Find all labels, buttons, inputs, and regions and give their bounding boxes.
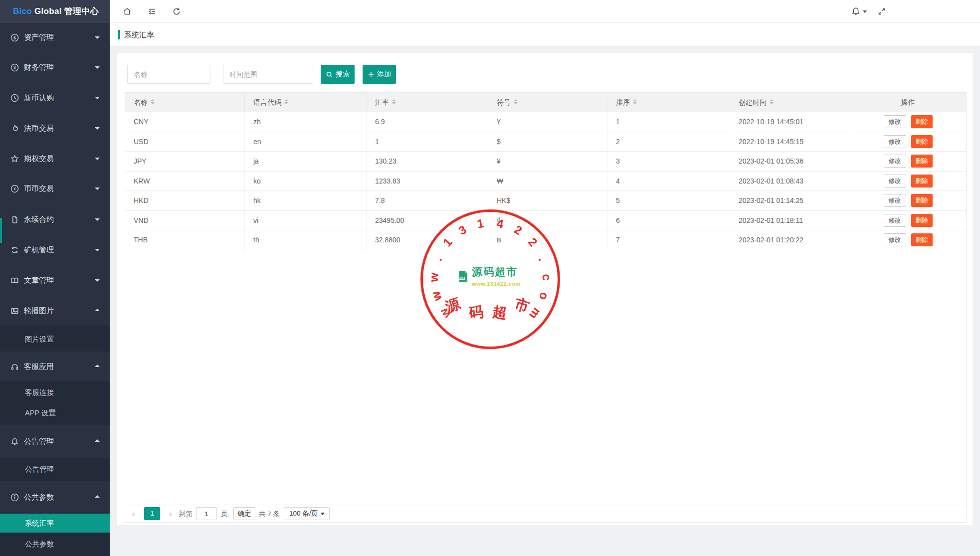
table-row[interactable]: VND vi 23495.00 ₫ 6 2023-02-01 01:18:11 … bbox=[125, 211, 966, 231]
page-title: 系统汇率 bbox=[124, 23, 154, 46]
col-header-created[interactable]: 创建时间 bbox=[730, 93, 849, 112]
sidebar-item-carousel[interactable]: 轮播图片 bbox=[0, 301, 110, 321]
sidebar-item-articles[interactable]: 文章管理 bbox=[0, 270, 110, 290]
edit-button[interactable]: 修改 bbox=[884, 194, 906, 207]
svg-text:$: $ bbox=[13, 35, 16, 40]
sidebar-item-announcement[interactable]: 公告管理 bbox=[0, 431, 110, 451]
sort-icon[interactable] bbox=[633, 99, 637, 104]
delete-button[interactable]: 删除 bbox=[911, 115, 933, 128]
delete-button[interactable]: 删除 bbox=[911, 233, 933, 246]
coin-swap-icon bbox=[10, 179, 19, 198]
home-icon[interactable] bbox=[122, 6, 132, 16]
dollar-circle-icon: $ bbox=[10, 27, 19, 47]
sidebar-item-mining[interactable]: 矿机管理 bbox=[0, 240, 110, 260]
sidebar-item-spot-trade[interactable]: 币币交易 bbox=[0, 179, 110, 198]
edit-button[interactable]: 修改 bbox=[884, 214, 906, 227]
chevron-up-icon bbox=[95, 495, 100, 498]
delete-button[interactable]: 删除 bbox=[911, 194, 933, 207]
chevron-up-icon bbox=[95, 439, 100, 442]
col-header-name[interactable]: 名称 bbox=[125, 93, 245, 112]
headset-icon bbox=[10, 357, 19, 376]
col-header-order[interactable]: 排序 bbox=[607, 93, 730, 112]
flame-icon bbox=[10, 118, 19, 138]
edit-button[interactable]: 修改 bbox=[884, 175, 906, 187]
sidebar-sub-system-rates[interactable]: 系统汇率 bbox=[0, 514, 110, 533]
breadcrumb-bar: 系统汇率 bbox=[110, 23, 980, 46]
breadcrumb-accent bbox=[118, 30, 120, 39]
sidebar-sub-image-settings[interactable]: 图片设置 bbox=[0, 329, 110, 349]
edit-button[interactable]: 修改 bbox=[884, 233, 906, 246]
chevron-up-icon bbox=[95, 365, 100, 367]
file-icon bbox=[10, 209, 19, 229]
sidebar: Bico Global 管理中心 $ 资产管理 ¥ 财务管理 新币认购 法币交易 bbox=[0, 0, 110, 556]
clock-icon bbox=[10, 88, 19, 108]
select-caret-icon bbox=[321, 513, 325, 515]
sort-icon[interactable] bbox=[392, 99, 396, 104]
col-header-symbol[interactable]: 符号 bbox=[488, 93, 607, 112]
collapse-menu-icon[interactable] bbox=[147, 6, 157, 16]
notification-bell-icon[interactable] bbox=[851, 6, 861, 16]
delete-button[interactable]: 删除 bbox=[911, 175, 933, 187]
sort-icon[interactable] bbox=[151, 99, 155, 104]
sidebar-item-public-params[interactable]: 公共参数 bbox=[0, 487, 110, 507]
sidebar-sub-support-link[interactable]: 客服连接 bbox=[0, 382, 110, 402]
sidebar-item-perpetual[interactable]: 永续合约 bbox=[0, 209, 110, 229]
sidebar-scrollbar-thumb[interactable] bbox=[0, 218, 2, 243]
edit-button[interactable]: 修改 bbox=[884, 135, 906, 148]
edit-button[interactable]: 修改 bbox=[884, 155, 906, 168]
col-header-rate[interactable]: 汇率 bbox=[367, 93, 488, 112]
sidebar-item-support[interactable]: 客服应用 bbox=[0, 357, 110, 376]
yen-circle-icon: ¥ bbox=[10, 57, 19, 77]
sidebar-item-fiat-trade[interactable]: 法币交易 bbox=[0, 118, 110, 138]
sidebar-sub-announcement[interactable]: 公告管理 bbox=[0, 459, 110, 479]
sidebar-item-new-coin[interactable]: 新币认购 bbox=[0, 88, 110, 108]
sort-icon[interactable] bbox=[514, 99, 518, 104]
chevron-up-icon bbox=[95, 309, 100, 311]
table-row[interactable]: USD en 1 $ 2 2022-10-19 14:45:15 修改删除 bbox=[125, 132, 966, 152]
bell-dropdown-caret-icon[interactable] bbox=[863, 10, 867, 13]
edit-button[interactable]: 修改 bbox=[884, 115, 906, 128]
sidebar-item-finance[interactable]: ¥ 财务管理 bbox=[0, 57, 110, 77]
content-card: 搜索 添加 名称 语言代码 汇率 符号 排序 创建时间 操作 CNY zh 6.… bbox=[117, 53, 973, 525]
fullscreen-icon[interactable] bbox=[877, 6, 887, 16]
sidebar-sub-app-settings[interactable]: APP 设置 bbox=[0, 403, 110, 423]
name-filter-input[interactable] bbox=[127, 65, 210, 84]
delete-button[interactable]: 删除 bbox=[911, 135, 933, 148]
table-row[interactable]: KRW ko 1233.83 ₩ 4 2023-02-01 01:08:43 修… bbox=[125, 172, 966, 191]
col-header-actions: 操作 bbox=[849, 93, 967, 112]
delete-button[interactable]: 删除 bbox=[911, 155, 933, 168]
current-page-button[interactable]: 1 bbox=[144, 507, 160, 520]
sidebar-item-assets[interactable]: $ 资产管理 bbox=[0, 27, 110, 47]
table-row[interactable]: CNY zh 6.9 ¥ 1 2022-10-19 14:45:01 修改删除 bbox=[125, 112, 966, 132]
total-count-label: 共 7 条 bbox=[259, 505, 280, 523]
sort-icon[interactable] bbox=[770, 99, 774, 104]
search-button[interactable]: 搜索 bbox=[321, 65, 355, 84]
date-range-input[interactable] bbox=[223, 65, 313, 84]
refresh-icon[interactable] bbox=[172, 6, 182, 16]
page-size-select[interactable]: 100 条/页 bbox=[284, 507, 330, 520]
chevron-down-icon bbox=[95, 187, 100, 190]
book-icon bbox=[10, 270, 19, 290]
col-header-lang[interactable]: 语言代码 bbox=[245, 93, 367, 112]
sidebar-item-options-trade[interactable]: 期权交易 bbox=[0, 149, 110, 169]
logo-brand: Bico bbox=[13, 6, 32, 16]
sort-icon[interactable] bbox=[284, 99, 288, 104]
sidebar-sub-public-params[interactable]: 公共参数 bbox=[0, 534, 110, 554]
cycle-arrows-icon bbox=[10, 240, 19, 260]
info-circle-icon bbox=[10, 487, 19, 507]
confirm-page-button[interactable]: 确定 bbox=[233, 507, 255, 520]
plus-icon bbox=[368, 71, 375, 78]
chevron-down-icon bbox=[95, 66, 100, 69]
delete-button[interactable]: 删除 bbox=[911, 214, 933, 227]
table-row[interactable]: HKD hk 7.8 HK$ 5 2023-02-01 01:14:25 修改删… bbox=[125, 191, 966, 211]
table-row[interactable]: THB th 32.8800 ฿ 7 2023-02-01 01:20:22 修… bbox=[125, 230, 966, 250]
goto-suffix-label: 页 bbox=[221, 505, 228, 523]
svg-text:¥: ¥ bbox=[13, 65, 16, 70]
chevron-down-icon bbox=[95, 279, 100, 282]
prev-page-button[interactable]: ‹ bbox=[132, 505, 139, 523]
table-row[interactable]: JPY ja 130.23 ¥ 3 2023-02-01 01:05:36 修改… bbox=[125, 152, 966, 172]
add-button[interactable]: 添加 bbox=[363, 65, 396, 84]
goto-page-input[interactable] bbox=[196, 507, 217, 520]
chevron-down-icon bbox=[95, 249, 100, 251]
next-page-button[interactable]: › bbox=[169, 505, 176, 523]
